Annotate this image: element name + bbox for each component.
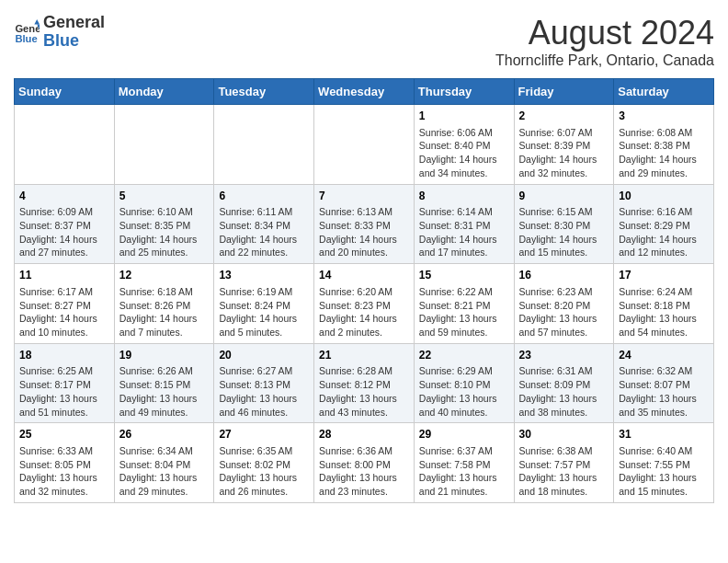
calendar-cell: 29Sunrise: 6:37 AM Sunset: 7:58 PM Dayli…: [414, 423, 514, 503]
calendar-cell: 23Sunrise: 6:31 AM Sunset: 8:09 PM Dayli…: [514, 343, 614, 423]
day-info: Sunrise: 6:35 AM Sunset: 8:02 PM Dayligh…: [219, 444, 309, 499]
calendar-cell: 7Sunrise: 6:13 AM Sunset: 8:33 PM Daylig…: [314, 184, 415, 264]
day-info: Sunrise: 6:24 AM Sunset: 8:18 PM Dayligh…: [619, 285, 709, 339]
day-number: 16: [519, 268, 609, 283]
logo-general: General: [43, 13, 105, 31]
svg-marker-2: [34, 19, 40, 25]
location-title: Thorncliffe Park, Ontario, Canada: [495, 52, 714, 69]
calendar-cell: 4Sunrise: 6:09 AM Sunset: 8:37 PM Daylig…: [15, 184, 115, 264]
calendar-cell: 30Sunrise: 6:38 AM Sunset: 7:57 PM Dayli…: [514, 423, 614, 503]
day-info: Sunrise: 6:17 AM Sunset: 8:27 PM Dayligh…: [19, 285, 109, 339]
calendar-cell: 10Sunrise: 6:16 AM Sunset: 8:29 PM Dayli…: [614, 184, 714, 264]
logo-text: General Blue: [43, 14, 105, 51]
day-number: 10: [619, 189, 709, 204]
day-info: Sunrise: 6:26 AM Sunset: 8:15 PM Dayligh…: [119, 364, 210, 419]
day-info: Sunrise: 6:38 AM Sunset: 7:57 PM Dayligh…: [519, 444, 609, 499]
day-number: 23: [519, 348, 609, 363]
calendar-week-row: 1Sunrise: 6:06 AM Sunset: 8:40 PM Daylig…: [15, 105, 714, 185]
day-number: 4: [19, 189, 109, 204]
logo-icon: General Blue: [14, 19, 40, 45]
calendar-cell: 22Sunrise: 6:29 AM Sunset: 8:10 PM Dayli…: [414, 343, 514, 423]
day-info: Sunrise: 6:32 AM Sunset: 8:07 PM Dayligh…: [619, 364, 709, 419]
day-number: 26: [119, 427, 210, 442]
calendar-cell: 5Sunrise: 6:10 AM Sunset: 8:35 PM Daylig…: [114, 184, 214, 264]
day-number: 17: [619, 268, 709, 283]
day-info: Sunrise: 6:36 AM Sunset: 8:00 PM Dayligh…: [319, 444, 409, 499]
day-info: Sunrise: 6:06 AM Sunset: 8:40 PM Dayligh…: [419, 126, 509, 180]
calendar-table: SundayMondayTuesdayWednesdayThursdayFrid…: [14, 78, 714, 503]
day-info: Sunrise: 6:08 AM Sunset: 8:38 PM Dayligh…: [619, 126, 709, 180]
logo: General Blue General Blue: [14, 14, 105, 51]
logo-blue: Blue: [43, 31, 79, 50]
calendar-cell: 18Sunrise: 6:25 AM Sunset: 8:17 PM Dayli…: [15, 343, 115, 423]
day-number: 9: [519, 189, 609, 204]
calendar-cell: 26Sunrise: 6:34 AM Sunset: 8:04 PM Dayli…: [114, 423, 214, 503]
day-info: Sunrise: 6:18 AM Sunset: 8:26 PM Dayligh…: [119, 285, 210, 339]
day-info: Sunrise: 6:15 AM Sunset: 8:30 PM Dayligh…: [519, 205, 609, 259]
day-number: 29: [419, 427, 509, 442]
day-of-week-header: Friday: [514, 79, 614, 105]
day-info: Sunrise: 6:19 AM Sunset: 8:24 PM Dayligh…: [219, 285, 309, 339]
day-info: Sunrise: 6:13 AM Sunset: 8:33 PM Dayligh…: [319, 205, 409, 259]
day-info: Sunrise: 6:14 AM Sunset: 8:31 PM Dayligh…: [419, 205, 509, 259]
calendar-cell: 1Sunrise: 6:06 AM Sunset: 8:40 PM Daylig…: [414, 105, 514, 185]
day-info: Sunrise: 6:34 AM Sunset: 8:04 PM Dayligh…: [119, 444, 210, 499]
calendar-cell: 12Sunrise: 6:18 AM Sunset: 8:26 PM Dayli…: [114, 264, 214, 344]
calendar-cell: 20Sunrise: 6:27 AM Sunset: 8:13 PM Dayli…: [214, 343, 314, 423]
page-header: General Blue General Blue August 2024 Th…: [14, 14, 714, 69]
day-of-week-header: Monday: [114, 79, 214, 105]
calendar-cell: 14Sunrise: 6:20 AM Sunset: 8:23 PM Dayli…: [314, 264, 415, 344]
day-number: 2: [519, 109, 609, 124]
day-info: Sunrise: 6:16 AM Sunset: 8:29 PM Dayligh…: [619, 205, 709, 259]
day-number: 27: [219, 427, 309, 442]
title-area: August 2024 Thorncliffe Park, Ontario, C…: [495, 14, 714, 69]
day-number: 13: [219, 268, 309, 283]
calendar-cell: 8Sunrise: 6:14 AM Sunset: 8:31 PM Daylig…: [414, 184, 514, 264]
calendar-cell: [15, 105, 115, 185]
calendar-week-row: 18Sunrise: 6:25 AM Sunset: 8:17 PM Dayli…: [15, 343, 714, 423]
day-of-week-header: Saturday: [614, 79, 714, 105]
day-of-week-header: Tuesday: [214, 79, 314, 105]
calendar-cell: 17Sunrise: 6:24 AM Sunset: 8:18 PM Dayli…: [614, 264, 714, 344]
day-of-week-header: Thursday: [414, 79, 514, 105]
day-info: Sunrise: 6:20 AM Sunset: 8:23 PM Dayligh…: [319, 285, 409, 339]
day-number: 18: [19, 348, 109, 363]
day-info: Sunrise: 6:29 AM Sunset: 8:10 PM Dayligh…: [419, 364, 509, 419]
calendar-cell: 3Sunrise: 6:08 AM Sunset: 8:38 PM Daylig…: [614, 105, 714, 185]
calendar-week-row: 25Sunrise: 6:33 AM Sunset: 8:05 PM Dayli…: [15, 423, 714, 503]
day-number: 7: [319, 189, 409, 204]
calendar-cell: 2Sunrise: 6:07 AM Sunset: 8:39 PM Daylig…: [514, 105, 614, 185]
day-number: 15: [419, 268, 509, 283]
day-info: Sunrise: 6:37 AM Sunset: 7:58 PM Dayligh…: [419, 444, 509, 499]
calendar-cell: 25Sunrise: 6:33 AM Sunset: 8:05 PM Dayli…: [15, 423, 115, 503]
calendar-cell: [314, 105, 415, 185]
day-number: 25: [19, 427, 109, 442]
day-of-week-header: Wednesday: [314, 79, 415, 105]
day-number: 3: [619, 109, 709, 124]
calendar-cell: 11Sunrise: 6:17 AM Sunset: 8:27 PM Dayli…: [15, 264, 115, 344]
day-number: 30: [519, 427, 609, 442]
day-number: 5: [119, 189, 210, 204]
day-info: Sunrise: 6:25 AM Sunset: 8:17 PM Dayligh…: [19, 364, 109, 419]
day-number: 20: [219, 348, 309, 363]
day-info: Sunrise: 6:07 AM Sunset: 8:39 PM Dayligh…: [519, 126, 609, 180]
calendar-cell: [114, 105, 214, 185]
day-number: 14: [319, 268, 409, 283]
day-number: 1: [419, 109, 509, 124]
calendar-cell: 16Sunrise: 6:23 AM Sunset: 8:20 PM Dayli…: [514, 264, 614, 344]
calendar-cell: 9Sunrise: 6:15 AM Sunset: 8:30 PM Daylig…: [514, 184, 614, 264]
day-number: 8: [419, 189, 509, 204]
month-title: August 2024: [495, 14, 714, 52]
day-info: Sunrise: 6:11 AM Sunset: 8:34 PM Dayligh…: [219, 205, 309, 259]
day-info: Sunrise: 6:09 AM Sunset: 8:37 PM Dayligh…: [19, 205, 109, 259]
day-info: Sunrise: 6:23 AM Sunset: 8:20 PM Dayligh…: [519, 285, 609, 339]
calendar-cell: 28Sunrise: 6:36 AM Sunset: 8:00 PM Dayli…: [314, 423, 415, 503]
calendar-header-row: SundayMondayTuesdayWednesdayThursdayFrid…: [15, 79, 714, 105]
calendar-cell: 19Sunrise: 6:26 AM Sunset: 8:15 PM Dayli…: [114, 343, 214, 423]
day-number: 24: [619, 348, 709, 363]
svg-text:Blue: Blue: [15, 32, 37, 43]
day-info: Sunrise: 6:33 AM Sunset: 8:05 PM Dayligh…: [19, 444, 109, 499]
calendar-cell: 24Sunrise: 6:32 AM Sunset: 8:07 PM Dayli…: [614, 343, 714, 423]
day-number: 31: [619, 427, 709, 442]
calendar-cell: 27Sunrise: 6:35 AM Sunset: 8:02 PM Dayli…: [214, 423, 314, 503]
